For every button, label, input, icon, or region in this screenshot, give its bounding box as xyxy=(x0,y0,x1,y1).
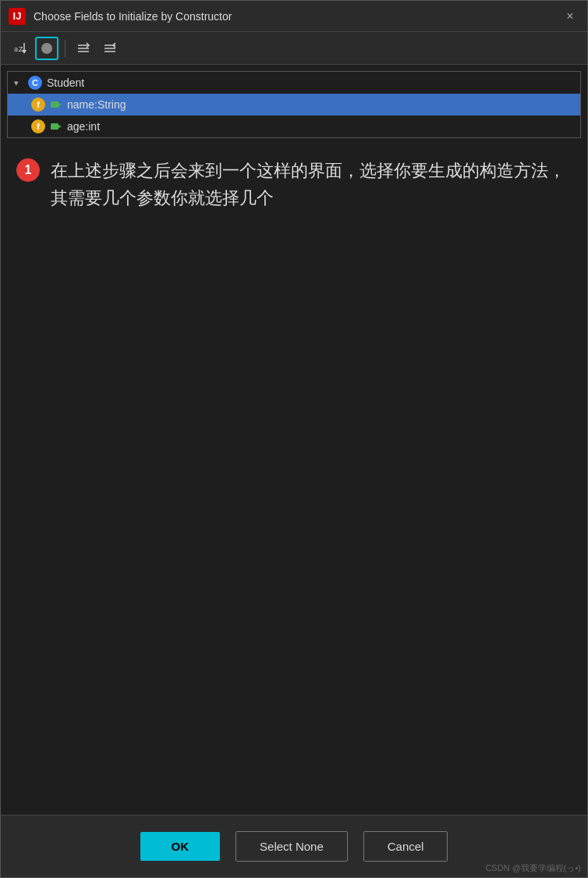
annotation-area: 1 在上述步骤之后会来到一个这样的界面，选择你要生成的构造方法，其需要几个参数你… xyxy=(1,144,587,815)
annotation-text: 在上述步骤之后会来到一个这样的界面，选择你要生成的构造方法，其需要几个参数你就选… xyxy=(51,157,572,212)
field-row[interactable]: f age:int xyxy=(8,116,580,137)
svg-rect-14 xyxy=(51,123,58,130)
class-row[interactable]: ▾ C Student xyxy=(8,72,580,94)
svg-marker-13 xyxy=(58,103,62,106)
content-area: ▾ C Student f name:String f xyxy=(1,65,587,815)
app-icon: IJ xyxy=(9,8,26,25)
svg-text:a: a xyxy=(14,45,18,53)
cancel-button[interactable]: Cancel xyxy=(363,831,448,862)
close-button[interactable]: × xyxy=(561,7,579,26)
class-badge: C xyxy=(28,76,42,90)
field-name: name:String xyxy=(67,98,126,111)
toolbar-separator-1 xyxy=(65,40,66,57)
sort-button[interactable]: a z xyxy=(9,37,32,60)
expand-all-button[interactable] xyxy=(72,37,95,60)
dialog: IJ Choose Fields to Initialize by Constr… xyxy=(0,0,588,878)
svg-rect-12 xyxy=(51,101,58,108)
svg-text:z: z xyxy=(19,44,23,53)
field-badge-f: f xyxy=(31,98,45,112)
field-list: ▾ C Student f name:String f xyxy=(7,71,581,138)
filter-button[interactable] xyxy=(35,37,58,60)
svg-marker-15 xyxy=(58,125,62,128)
select-none-button[interactable]: Select None xyxy=(236,831,348,862)
class-name: Student xyxy=(47,76,84,89)
ok-button[interactable]: OK xyxy=(140,832,221,861)
field-visibility-icon xyxy=(50,121,62,132)
field-name: age:int xyxy=(67,120,100,133)
svg-point-5 xyxy=(42,44,51,53)
toolbar: a z xyxy=(1,32,587,65)
watermark: CSDN @我要学编程(っ•) xyxy=(485,862,581,874)
field-row[interactable]: f name:String xyxy=(8,94,580,116)
title-bar: IJ Choose Fields to Initialize by Constr… xyxy=(1,1,587,32)
field-badge-f: f xyxy=(31,119,45,133)
chevron-down-icon: ▾ xyxy=(14,78,23,88)
step-badge: 1 xyxy=(16,158,40,182)
dialog-title: Choose Fields to Initialize by Construct… xyxy=(34,10,561,23)
field-visibility-icon xyxy=(50,99,62,110)
collapse-all-button[interactable] xyxy=(98,37,122,60)
